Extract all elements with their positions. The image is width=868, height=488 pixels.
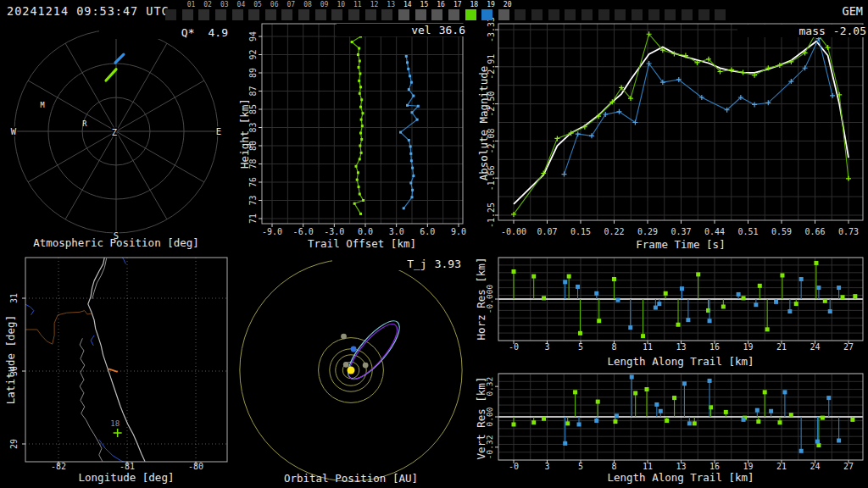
- frame-box-18[interactable]: 18: [464, 1, 481, 22]
- series-marker: [358, 47, 360, 50]
- tick-label: 71: [248, 214, 258, 224]
- series-marker: [409, 181, 412, 184]
- frame-box-number: 11: [347, 1, 364, 9]
- series-marker: [359, 145, 361, 147]
- frame-box-09[interactable]: 09: [314, 1, 331, 22]
- stem-marker: [789, 413, 793, 417]
- tick-label: 24: [810, 342, 820, 352]
- frame-box-17[interactable]: 17: [447, 1, 464, 22]
- frame-box-07[interactable]: 07: [280, 1, 297, 22]
- stem-marker: [542, 296, 546, 300]
- stem-marker: [828, 309, 832, 313]
- frame-box-x23[interactable]: [547, 1, 564, 22]
- frame-box-number: [530, 1, 547, 9]
- stem-marker: [815, 440, 820, 444]
- frame-box-number: 04: [231, 1, 248, 9]
- tick-label: 9.0: [451, 227, 466, 236]
- stem-marker: [763, 390, 767, 394]
- panel-orbital-position: [240, 258, 462, 481]
- series-marker: [412, 95, 415, 97]
- stem-marker: [837, 286, 841, 290]
- series-marker: [359, 132, 362, 135]
- polar-radial: [116, 80, 204, 131]
- stem-marker: [644, 387, 648, 391]
- series-marker: [416, 119, 419, 121]
- frame-box-05[interactable]: 05: [247, 1, 264, 22]
- frame-box-01[interactable]: 01: [181, 1, 198, 22]
- tick-label: -81: [120, 462, 135, 471]
- frame-box-15[interactable]: 15: [414, 1, 431, 22]
- frame-box-04[interactable]: 04: [231, 1, 248, 22]
- frame-box-number: 10: [330, 1, 347, 9]
- meteor-ground-track: [108, 369, 118, 371]
- stem-marker: [512, 269, 516, 274]
- frame-box-11[interactable]: 11: [347, 1, 364, 22]
- series-marker: [410, 159, 413, 162]
- series-marker: [360, 138, 363, 141]
- frame-box-14[interactable]: 14: [397, 1, 414, 22]
- stem-marker: [756, 419, 760, 424]
- frame-box-x21[interactable]: [513, 1, 530, 22]
- frame-box-06[interactable]: 06: [264, 1, 281, 22]
- frame-box-square: [215, 9, 226, 20]
- map-feature-state-border: [24, 311, 92, 345]
- stat-tj-value: 3.93: [435, 258, 461, 270]
- series-line-site-blue: [401, 56, 419, 208]
- stem-marker: [777, 420, 782, 424]
- stem-marker: [563, 441, 567, 446]
- ylabel-height: Height [km]: [238, 66, 251, 202]
- tick-label: 6.0: [420, 227, 435, 236]
- frame-box-x28[interactable]: [630, 1, 647, 22]
- stat-q: Q*4.9: [99, 26, 230, 39]
- stem-marker: [787, 309, 792, 313]
- series-marker: [409, 152, 412, 155]
- map-features: 18: [24, 253, 227, 464]
- tick-label: 5: [578, 342, 583, 352]
- frame-box-19[interactable]: 19: [480, 1, 497, 22]
- frame-box-x31[interactable]: [680, 1, 697, 22]
- frame-box-03[interactable]: 03: [214, 1, 231, 22]
- tick-label: 0.44: [704, 227, 725, 236]
- frame-box-20[interactable]: 20: [497, 1, 514, 22]
- frame-box-x26[interactable]: [597, 1, 614, 22]
- stem-marker: [774, 300, 778, 304]
- stem-marker: [542, 417, 546, 421]
- frame-box-x33[interactable]: [713, 1, 730, 22]
- frame-box-number: 05: [247, 1, 264, 9]
- frame-box-16[interactable]: 16: [430, 1, 447, 22]
- stem-marker: [633, 391, 637, 396]
- stat-vel-label: vel: [411, 24, 431, 36]
- series-marker: [355, 165, 358, 168]
- panel-atmospheric-position: NESWZMR: [11, 26, 221, 241]
- station-label: 18: [110, 419, 120, 428]
- polar-radial: [28, 131, 116, 182]
- frame-box-x25[interactable]: [580, 1, 597, 22]
- frame-box-x27[interactable]: [613, 1, 630, 22]
- frame-box-x24[interactable]: [563, 1, 580, 22]
- frame-box-square: [548, 9, 559, 20]
- frame-box-10[interactable]: 10: [330, 1, 347, 22]
- tick-label: 94: [248, 31, 258, 42]
- frame-box-x29[interactable]: [647, 1, 664, 22]
- frame-box-square: [682, 9, 693, 20]
- frame-box-x0[interactable]: [164, 1, 181, 22]
- frame-box-number: 19: [480, 1, 497, 9]
- series-marker: [399, 131, 402, 134]
- series-marker: [359, 193, 361, 196]
- frame-box-square: [598, 9, 609, 20]
- frame-box-x32[interactable]: [697, 1, 714, 22]
- series-marker: [361, 125, 364, 127]
- frame-box-08[interactable]: 08: [297, 1, 314, 22]
- frame-box-x22[interactable]: [530, 1, 547, 22]
- stem-marker: [799, 277, 804, 281]
- tick-label: 27: [843, 342, 854, 352]
- frame-box-x30[interactable]: [663, 1, 680, 22]
- series-marker: [554, 136, 559, 141]
- frame-box-13[interactable]: 13: [380, 1, 397, 22]
- frame-box-02[interactable]: 02: [197, 1, 214, 22]
- frame-box-number: 03: [214, 1, 231, 9]
- frame-box-12[interactable]: 12: [364, 1, 381, 22]
- tick-label: 0.51: [737, 227, 758, 236]
- series-marker: [589, 133, 594, 138]
- frame-box-number: [513, 1, 530, 9]
